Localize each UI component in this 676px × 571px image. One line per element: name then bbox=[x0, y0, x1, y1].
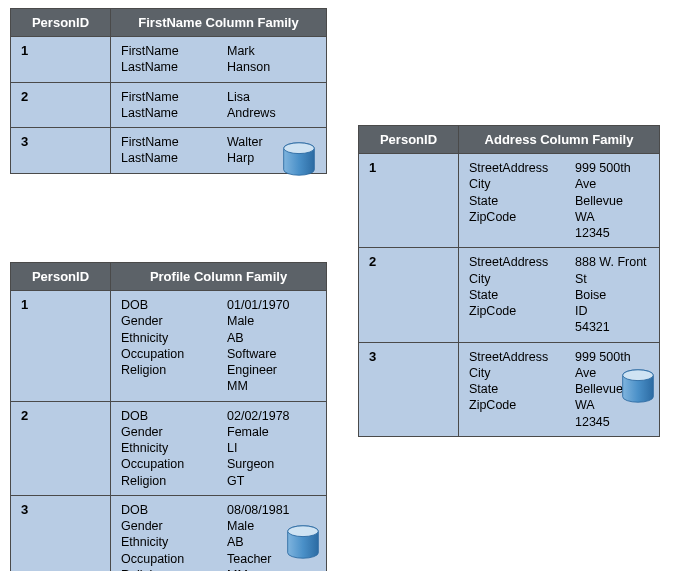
row-personid: 3 bbox=[11, 128, 111, 173]
kv-key: LastName bbox=[121, 59, 209, 75]
svg-point-3 bbox=[288, 526, 319, 537]
kv-value: 888 W. Front St bbox=[575, 254, 649, 287]
kv-value: 12345 bbox=[575, 414, 649, 430]
row-personid: 1 bbox=[11, 291, 111, 401]
table-row: 2FirstNameLastNameLisaAndrews bbox=[11, 82, 326, 128]
kv-key: FirstName bbox=[121, 89, 209, 105]
header-columnfamily: Profile Column Family bbox=[111, 263, 326, 290]
row-personid: 3 bbox=[359, 343, 459, 436]
kv-key: StreetAddress bbox=[469, 349, 557, 365]
table-address: PersonIDAddress Column Family1StreetAddr… bbox=[358, 125, 660, 437]
kv-value: Lisa bbox=[227, 89, 276, 105]
kv-key: State bbox=[469, 287, 557, 303]
header-columnfamily: FirstName Column Family bbox=[111, 9, 326, 36]
kv-values: 02/02/1978FemaleLISurgeonGT bbox=[227, 408, 290, 489]
kv-key: Gender bbox=[121, 518, 209, 534]
kv-keys: DOBGenderEthnicityOccupationReligion bbox=[121, 297, 209, 395]
database-icon bbox=[285, 524, 321, 560]
svg-point-5 bbox=[623, 370, 654, 381]
kv-value: Male bbox=[227, 313, 316, 329]
kv-value: Software Engineer bbox=[227, 346, 316, 379]
kv-value: GT bbox=[227, 473, 290, 489]
kv-key: Ethnicity bbox=[121, 330, 209, 346]
header-personid: PersonID bbox=[11, 9, 111, 36]
kv-keys: StreetAddressCityStateZipCode bbox=[469, 349, 557, 430]
row-family: DOBGenderEthnicityOccupationReligion02/0… bbox=[111, 402, 326, 495]
kv-value: MM bbox=[227, 378, 316, 394]
kv-value: Harp bbox=[227, 150, 263, 166]
kv-key: DOB bbox=[121, 502, 209, 518]
kv-value: Female bbox=[227, 424, 290, 440]
kv-key: FirstName bbox=[121, 134, 209, 150]
kv-values: 08/08/1981MaleABTeacherMM bbox=[227, 502, 290, 571]
row-personid: 3 bbox=[11, 496, 111, 571]
kv-value: Teacher bbox=[227, 551, 290, 567]
kv-key: StreetAddress bbox=[469, 254, 557, 270]
kv-value: 08/08/1981 bbox=[227, 502, 290, 518]
kv-value: Mark bbox=[227, 43, 270, 59]
row-personid: 1 bbox=[11, 37, 111, 82]
kv-value: Walter bbox=[227, 134, 263, 150]
kv-value: Bellevue bbox=[575, 193, 649, 209]
row-personid: 1 bbox=[359, 154, 459, 247]
kv-key: FirstName bbox=[121, 43, 209, 59]
table-header: PersonIDAddress Column Family bbox=[359, 126, 659, 153]
kv-key: DOB bbox=[121, 408, 209, 424]
kv-key: ZipCode bbox=[469, 303, 557, 319]
kv-key: Religion bbox=[121, 362, 209, 378]
kv-value: 12345 bbox=[575, 225, 649, 241]
kv-value: Male bbox=[227, 518, 290, 534]
kv-key: State bbox=[469, 193, 557, 209]
table-row: 2DOBGenderEthnicityOccupationReligion02/… bbox=[11, 401, 326, 495]
kv-value: 02/02/1978 bbox=[227, 408, 290, 424]
kv-key: Occupation bbox=[121, 456, 209, 472]
table-row: 1StreetAddressCityStateZipCode999 500th … bbox=[359, 153, 659, 247]
kv-key: Gender bbox=[121, 424, 209, 440]
table-row: 1DOBGenderEthnicityOccupationReligion01/… bbox=[11, 290, 326, 401]
kv-key: City bbox=[469, 365, 557, 381]
kv-key: Ethnicity bbox=[121, 534, 209, 550]
kv-key: Religion bbox=[121, 567, 209, 571]
kv-key: Ethnicity bbox=[121, 440, 209, 456]
kv-value: 01/01/1970 bbox=[227, 297, 316, 313]
table-row: 3DOBGenderEthnicityOccupationReligion08/… bbox=[11, 495, 326, 571]
kv-value: WA bbox=[575, 209, 649, 225]
kv-keys: FirstNameLastName bbox=[121, 89, 209, 122]
table-row: 3StreetAddressCityStateZipCode999 500th … bbox=[359, 342, 659, 436]
row-family: FirstNameLastNameLisaAndrews bbox=[111, 83, 326, 128]
kv-values: 888 W. Front StBoiseID54321 bbox=[575, 254, 649, 335]
kv-values: LisaAndrews bbox=[227, 89, 276, 122]
kv-keys: DOBGenderEthnicityOccupationReligion bbox=[121, 408, 209, 489]
kv-key: Occupation bbox=[121, 346, 209, 362]
row-family: StreetAddressCityStateZipCode888 W. Fron… bbox=[459, 248, 659, 341]
table-header: PersonIDFirstName Column Family bbox=[11, 9, 326, 36]
kv-key: ZipCode bbox=[469, 397, 557, 413]
kv-value: MM bbox=[227, 567, 290, 571]
kv-keys: StreetAddressCityStateZipCode bbox=[469, 160, 557, 241]
table-row: 3FirstNameLastNameWalterHarp bbox=[11, 127, 326, 173]
kv-keys: FirstNameLastName bbox=[121, 43, 209, 76]
row-family: StreetAddressCityStateZipCode999 500th A… bbox=[459, 154, 659, 247]
kv-value: Hanson bbox=[227, 59, 270, 75]
row-family: DOBGenderEthnicityOccupationReligion01/0… bbox=[111, 291, 326, 401]
kv-values: WalterHarp bbox=[227, 134, 263, 167]
kv-value: AB bbox=[227, 330, 316, 346]
header-personid: PersonID bbox=[11, 263, 111, 290]
kv-value: ID bbox=[575, 303, 649, 319]
row-family: FirstNameLastNameMarkHanson bbox=[111, 37, 326, 82]
kv-value: 54321 bbox=[575, 319, 649, 335]
kv-key: ZipCode bbox=[469, 209, 557, 225]
kv-key: LastName bbox=[121, 150, 209, 166]
kv-key: State bbox=[469, 381, 557, 397]
kv-key: Gender bbox=[121, 313, 209, 329]
kv-keys: FirstNameLastName bbox=[121, 134, 209, 167]
kv-value: 999 500th Ave bbox=[575, 160, 649, 193]
row-personid: 2 bbox=[11, 402, 111, 495]
kv-values: 01/01/1970MaleABSoftware EngineerMM bbox=[227, 297, 316, 395]
header-columnfamily: Address Column Family bbox=[459, 126, 659, 153]
svg-point-1 bbox=[284, 143, 315, 154]
kv-key: Religion bbox=[121, 473, 209, 489]
table-firstname: PersonIDFirstName Column Family1FirstNam… bbox=[10, 8, 327, 174]
kv-keys: DOBGenderEthnicityOccupationReligion bbox=[121, 502, 209, 571]
kv-key: StreetAddress bbox=[469, 160, 557, 176]
